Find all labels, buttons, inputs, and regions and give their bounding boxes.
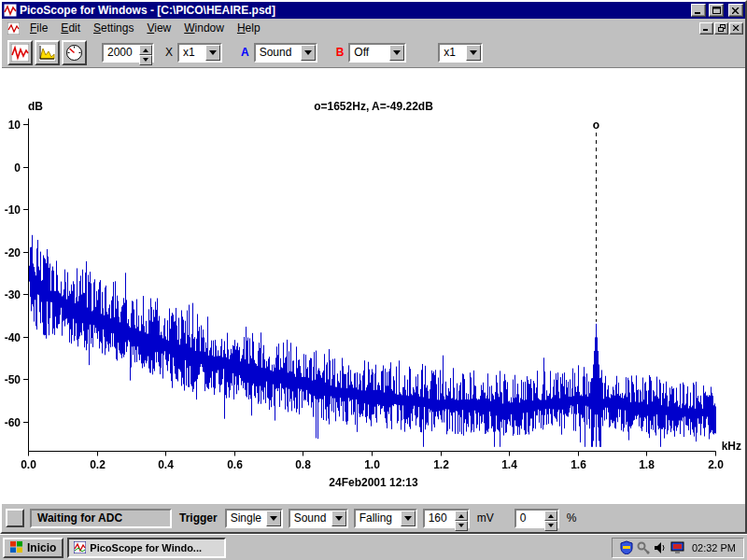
- threshold-up-button[interactable]: [455, 511, 468, 521]
- x-multiplier-value: x1: [179, 45, 205, 61]
- minimize-button[interactable]: [691, 4, 706, 17]
- x-multiplier-select[interactable]: x1: [177, 43, 222, 63]
- trigger-mode-value: Single: [227, 511, 266, 526]
- samples-up-button[interactable]: [139, 45, 152, 55]
- dropdown-arrow-icon[interactable]: [331, 511, 346, 526]
- adc-status-text: Waiting for ADC: [30, 509, 172, 528]
- threshold-unit-label: mV: [477, 511, 494, 525]
- scope-waveform-icon: [11, 44, 29, 62]
- channel-a-label: A: [241, 46, 249, 59]
- trigger-direction-value: Falling: [356, 511, 401, 526]
- trigger-delay-value: 0: [516, 511, 544, 526]
- trigger-channel-select[interactable]: Sound: [289, 509, 348, 528]
- tray-key-icon[interactable]: [637, 541, 650, 554]
- measurement-readout: o=1652Hz, A=-49.22dB: [2, 100, 745, 113]
- time-multiplier-value: x1: [440, 45, 466, 61]
- start-button[interactable]: Inicio: [3, 538, 63, 558]
- close-button[interactable]: [728, 4, 743, 17]
- child-restore-button[interactable]: [714, 22, 728, 35]
- menu-view[interactable]: View: [140, 20, 177, 36]
- start-label: Inicio: [27, 541, 56, 554]
- samples-spinner[interactable]: 2000: [102, 43, 154, 63]
- spectrum-view-button[interactable]: [35, 40, 60, 65]
- delay-up-button[interactable]: [544, 511, 557, 521]
- maximize-button[interactable]: [709, 4, 724, 17]
- dropdown-arrow-icon[interactable]: [401, 511, 416, 526]
- tray-volume-icon[interactable]: [654, 541, 667, 554]
- taskbar-task-button[interactable]: PicoScope for Windo...: [67, 538, 226, 558]
- channel-b-select[interactable]: Off: [348, 43, 406, 63]
- app-icon[interactable]: [4, 4, 17, 17]
- task-app-icon: [74, 541, 86, 553]
- menu-help[interactable]: Help: [231, 20, 267, 36]
- trigger-direction-select[interactable]: Falling: [354, 509, 417, 528]
- spectrum-chart-icon: [38, 44, 56, 62]
- x-axis-unit-label: kHz: [722, 440, 741, 453]
- spectrum-canvas[interactable]: [2, 68, 745, 505]
- meter-gauge-icon: [65, 44, 83, 62]
- trigger-delay-spinner[interactable]: 0: [514, 509, 559, 528]
- dropdown-arrow-icon[interactable]: [266, 511, 281, 526]
- capture-timestamp: 24Feb2001 12:13: [2, 476, 745, 489]
- x-multiplier-label: X: [165, 46, 173, 59]
- tray-shield-icon[interactable]: [620, 540, 633, 554]
- window-title: PicoScope for Windows - [C:\PICO\HEAIRE.…: [20, 4, 688, 17]
- samples-down-button[interactable]: [139, 55, 152, 65]
- channel-a-value: Sound: [256, 45, 301, 61]
- scope-view-button[interactable]: [7, 40, 33, 65]
- dropdown-arrow-icon[interactable]: [389, 45, 404, 61]
- system-tray: 02:32 PM: [612, 538, 744, 558]
- delay-unit-label: %: [567, 511, 577, 525]
- dropdown-arrow-icon[interactable]: [205, 45, 220, 61]
- windows-logo-icon: [10, 541, 23, 553]
- tray-display-icon[interactable]: [670, 541, 684, 554]
- time-multiplier-select[interactable]: x1: [438, 43, 483, 63]
- trigger-threshold-value: 160: [425, 511, 455, 526]
- trigger-mode-select[interactable]: Single: [225, 509, 283, 528]
- task-button-label: PicoScope for Windo...: [90, 542, 202, 553]
- samples-value: 2000: [104, 45, 139, 61]
- app-window: PicoScope for Windows - [C:\PICO\HEAIRE.…: [0, 0, 747, 534]
- toolbar: 2000 X x1 A Sound B Off x1: [2, 37, 745, 68]
- menu-settings[interactable]: Settings: [87, 20, 140, 36]
- channel-b-value: Off: [350, 45, 389, 61]
- dropdown-arrow-icon[interactable]: [466, 45, 481, 61]
- menu-edit[interactable]: Edit: [54, 20, 87, 36]
- trigger-label: Trigger: [179, 511, 218, 525]
- child-close-button[interactable]: [729, 22, 743, 35]
- title-bar: PicoScope for Windows - [C:\PICO\HEAIRE.…: [2, 2, 745, 19]
- menu-window[interactable]: Window: [177, 20, 231, 36]
- spectrum-plot: dB o=1652Hz, A=-49.22dB kHz 24Feb2001 12…: [2, 68, 745, 503]
- channel-b-label: B: [336, 46, 345, 59]
- taskbar: Inicio PicoScope for Windo... 02:32 PM: [0, 534, 747, 560]
- trigger-channel-value: Sound: [290, 511, 331, 526]
- status-led: [6, 509, 24, 527]
- child-minimize-button[interactable]: [699, 22, 713, 35]
- menu-file[interactable]: File: [23, 20, 54, 36]
- threshold-down-button[interactable]: [455, 521, 468, 531]
- status-bar: Waiting for ADC Trigger Single Sound Fal…: [2, 503, 745, 532]
- trigger-threshold-spinner[interactable]: 160: [423, 509, 470, 528]
- channel-a-select[interactable]: Sound: [254, 43, 317, 63]
- dropdown-arrow-icon[interactable]: [301, 45, 316, 61]
- meter-view-button[interactable]: [62, 40, 87, 65]
- child-window-icon[interactable]: [7, 22, 20, 35]
- taskbar-clock[interactable]: 02:32 PM: [692, 542, 736, 553]
- menu-bar: File Edit Settings View Window Help: [2, 19, 745, 37]
- delay-down-button[interactable]: [544, 521, 557, 531]
